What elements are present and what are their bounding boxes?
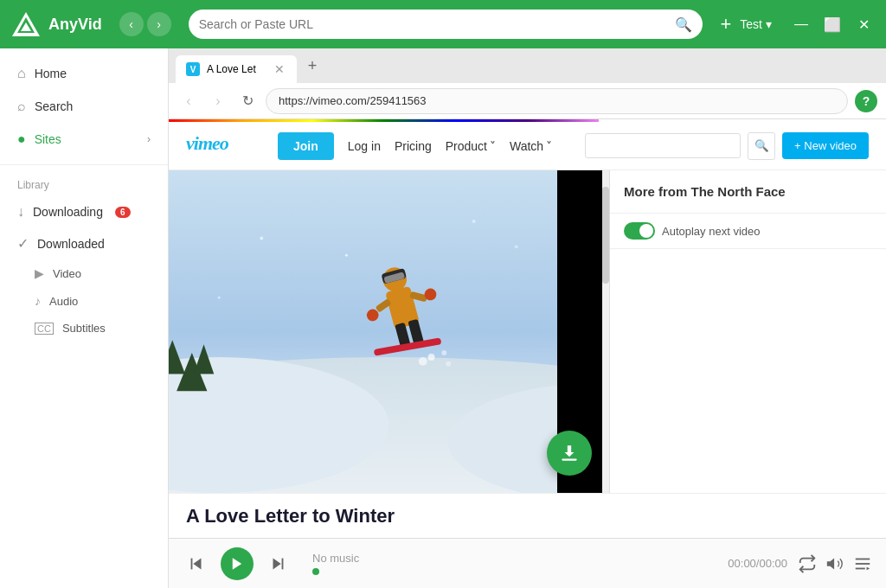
vimeo-logo-svg: vimeo <box>186 131 264 155</box>
svg-point-25 <box>428 354 435 361</box>
vimeo-watch-button[interactable]: Watch ˅ <box>510 139 552 153</box>
volume-icon <box>825 554 844 573</box>
sidebar-nav: ⌂ Home ⌕ Search ● Sites › <box>0 48 168 165</box>
no-music-area: No music <box>302 552 717 575</box>
play-icon <box>229 556 245 572</box>
video-thumbnail <box>169 170 609 493</box>
maximize-button[interactable]: ⬜ <box>820 12 844 36</box>
svg-marker-39 <box>273 558 281 569</box>
sidebar-item-video[interactable]: ▶ Video <box>0 259 168 287</box>
search-input[interactable] <box>199 17 669 31</box>
play-button[interactable] <box>221 547 254 580</box>
nav-back-button[interactable]: ‹ <box>119 12 144 36</box>
downloading-label: Downloading <box>33 205 103 219</box>
downloading-badge: 6 <box>115 207 131 218</box>
sidebar-item-search[interactable]: ⌕ Search <box>0 90 168 123</box>
svg-rect-38 <box>282 558 284 569</box>
search-submit-button[interactable]: 🔍 <box>675 16 692 33</box>
side-panel-header: More from The North Face <box>610 170 886 214</box>
svg-rect-35 <box>191 558 193 569</box>
subtitles-icon: CC <box>35 323 54 335</box>
vimeo-search-button[interactable]: 🔍 <box>748 132 775 160</box>
video-scene <box>169 170 609 493</box>
bottom-player: No music 00:00/00:00 <box>169 538 886 588</box>
autoplay-row: Autoplay next video <box>610 214 886 249</box>
video-icon: ▶ <box>35 266 44 280</box>
svg-marker-36 <box>193 558 201 569</box>
sidebar-item-downloaded[interactable]: ✓ Downloaded <box>0 227 168 259</box>
svg-point-28 <box>446 361 451 367</box>
svg-point-29 <box>260 237 263 240</box>
playlist-icon <box>853 554 872 573</box>
repeat-button[interactable] <box>798 554 817 573</box>
svg-text:vimeo: vimeo <box>186 132 229 154</box>
browser-tab[interactable]: V A Love Let ✕ <box>176 55 297 83</box>
scrollbar-thumb[interactable] <box>602 187 609 284</box>
home-icon: ⌂ <box>17 66 26 81</box>
close-button[interactable]: ✕ <box>851 12 876 36</box>
app-logo: AnyVid <box>10 9 102 40</box>
library-label: Library <box>0 174 168 196</box>
vimeo-product-button[interactable]: Product ˅ <box>446 139 496 153</box>
nav-forward-button[interactable]: › <box>147 12 171 36</box>
svg-point-31 <box>345 254 348 257</box>
playlist-button[interactable] <box>853 554 872 573</box>
scrollbar-track <box>602 170 609 493</box>
tab-title: A Love Let <box>207 63 266 75</box>
svg-point-30 <box>472 220 476 223</box>
vimeo-nav: vimeo Join Log in Pricing Product ˅ Watc… <box>169 122 886 170</box>
sidebar-item-home[interactable]: ⌂ Home <box>0 57 168 90</box>
webpage: vimeo Join Log in Pricing Product ˅ Watc… <box>169 119 886 538</box>
sidebar-item-subtitles[interactable]: CC Subtitles <box>0 315 168 342</box>
vimeo-pricing-button[interactable]: Pricing <box>395 139 432 153</box>
side-panel: More from The North Face Autoplay next v… <box>609 170 886 493</box>
tab-bar: V A Love Let ✕ + <box>169 48 886 83</box>
sidebar-item-audio[interactable]: ♪ Audio <box>0 287 168 315</box>
previous-icon <box>187 554 206 573</box>
url-input[interactable] <box>266 88 848 114</box>
tab-close-button[interactable]: ✕ <box>273 61 286 78</box>
download-fab-button[interactable] <box>547 431 592 476</box>
sidebar-item-downloading[interactable]: ↓ Downloading 6 <box>0 196 168 227</box>
vimeo-join-button[interactable]: Join <box>278 132 334 160</box>
time-display: 00:00/00:00 <box>728 557 787 570</box>
downloaded-icon: ✓ <box>17 235 29 252</box>
sidebar-item-sites[interactable]: ● Sites › <box>0 123 168 156</box>
vimeo-search-input[interactable] <box>585 133 741 158</box>
main-content: ⌂ Home ⌕ Search ● Sites › Library ↓ Down… <box>0 48 886 588</box>
autoplay-toggle[interactable] <box>624 222 655 240</box>
user-menu-button[interactable]: Test ▾ <box>740 17 772 31</box>
video-title-bar: A Love Letter to Winter <box>169 493 886 538</box>
subtitles-label: Subtitles <box>62 322 106 335</box>
svg-marker-44 <box>867 566 870 570</box>
video-container: More from The North Face Autoplay next v… <box>169 170 886 493</box>
next-button[interactable] <box>264 550 292 578</box>
search-bar: 🔍 <box>189 10 703 39</box>
nav-arrows: ‹ › <box>119 12 171 36</box>
audio-icon: ♪ <box>35 294 41 308</box>
new-video-button[interactable]: + New video <box>782 132 869 159</box>
refresh-button[interactable]: ↻ <box>236 90 259 112</box>
watch-chevron-icon: ˅ <box>546 139 552 153</box>
library-section: Library ↓ Downloading 6 ✓ Downloaded ▶ V… <box>0 165 168 350</box>
downloading-icon: ↓ <box>17 204 24 220</box>
volume-button[interactable] <box>825 554 844 573</box>
browser-back-button[interactable]: ‹ <box>177 90 200 112</box>
sites-icon: ● <box>17 131 26 147</box>
add-tab-button[interactable]: + <box>720 13 731 35</box>
product-label: Product <box>446 139 487 153</box>
audio-label: Audio <box>49 295 78 308</box>
app-logo-icon <box>10 9 42 40</box>
sidebar-home-label: Home <box>35 67 67 80</box>
sidebar-sites-label: Sites <box>35 132 61 146</box>
new-tab-button[interactable]: + <box>300 54 324 78</box>
window-controls: — ⬜ ✕ <box>789 12 876 36</box>
svg-point-32 <box>515 245 518 248</box>
address-bar: ‹ › ↻ ? <box>169 83 886 119</box>
vimeo-search-area: 🔍 + New video <box>585 132 869 160</box>
browser-forward-button[interactable]: › <box>207 90 229 112</box>
minimize-button[interactable]: — <box>789 12 813 36</box>
previous-button[interactable] <box>183 550 210 578</box>
help-button[interactable]: ? <box>855 90 877 112</box>
vimeo-login-button[interactable]: Log in <box>348 139 381 153</box>
